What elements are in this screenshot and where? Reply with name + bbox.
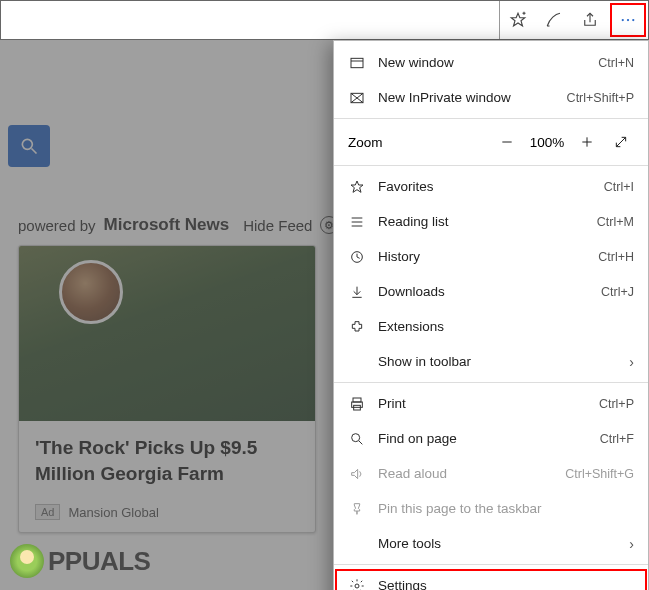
menu-extensions[interactable]: Extensions [334,309,648,344]
menu-new-inprivate[interactable]: New InPrivate window Ctrl+Shift+P [334,80,648,115]
reading-list-icon [346,214,368,230]
zoom-label: Zoom [348,135,383,150]
menu-show-in-toolbar[interactable]: Show in toolbar › [334,344,648,379]
print-icon [346,396,368,412]
favorites-button[interactable] [500,1,536,39]
inprivate-icon [346,90,368,106]
chevron-right-icon: › [629,536,634,552]
pen-icon [545,11,563,29]
watermark-logo: PPUALS [10,544,150,578]
chevron-right-icon: › [629,354,634,370]
browser-toolbar [0,0,649,40]
find-icon [346,431,368,447]
svg-rect-8 [351,58,363,67]
more-horizontal-icon [619,11,637,29]
svg-point-25 [352,433,360,441]
share-button[interactable] [572,1,608,39]
web-notes-button[interactable] [536,1,572,39]
svg-point-27 [355,584,359,588]
settings-menu: New window Ctrl+N New InPrivate window C… [333,40,649,590]
menu-separator [334,382,648,383]
svg-line-26 [359,441,362,444]
pin-icon [346,501,368,517]
star-icon [346,179,368,195]
logo-icon [10,544,44,578]
share-icon [581,11,599,29]
svg-line-14 [616,137,625,146]
feed-header: powered by Microsoft News Hide Feed ⚙ [18,215,338,235]
menu-zoom: Zoom 100% [334,122,648,162]
extensions-icon [346,319,368,335]
menu-read-aloud: Read aloud Ctrl+Shift+G [334,456,648,491]
powered-by-label: powered by [18,217,96,234]
svg-point-4 [627,19,629,21]
card-source: Mansion Global [68,505,158,520]
plus-icon [579,134,595,150]
svg-point-3 [622,19,624,21]
fullscreen-button[interactable] [604,127,638,157]
search-icon [19,136,39,156]
zoom-value: 100% [524,135,570,150]
feed-brand: Microsoft News [104,215,230,235]
zoom-out-button[interactable] [490,127,524,157]
hide-feed-link[interactable]: Hide Feed [243,217,312,234]
logo-text: PPUALS [48,546,150,577]
menu-downloads[interactable]: Downloads Ctrl+J [334,274,648,309]
ad-badge: Ad [35,504,60,520]
expand-icon [613,134,629,150]
svg-line-7 [32,149,37,154]
download-icon [346,284,368,300]
menu-find[interactable]: Find on page Ctrl+F [334,421,648,456]
read-aloud-icon [346,466,368,482]
menu-separator [334,564,648,565]
card-avatar [59,260,123,324]
card-footer: Ad Mansion Global [35,504,159,520]
news-card[interactable]: 'The Rock' Picks Up $9.5 Million Georgia… [18,245,316,533]
minus-icon [499,134,515,150]
menu-more-tools[interactable]: More tools › [334,526,648,561]
menu-settings[interactable]: Settings [334,568,648,590]
gear-icon [346,578,368,591]
history-icon [346,249,368,265]
menu-reading-list[interactable]: Reading list Ctrl+M [334,204,648,239]
more-button[interactable] [610,3,646,37]
menu-history[interactable]: History Ctrl+H [334,239,648,274]
star-plus-icon [509,11,527,29]
menu-separator [334,118,648,119]
menu-separator [334,165,648,166]
svg-rect-22 [353,398,361,402]
zoom-in-button[interactable] [570,127,604,157]
search-button[interactable] [8,125,50,167]
svg-point-5 [632,19,634,21]
menu-new-window[interactable]: New window Ctrl+N [334,45,648,80]
address-bar[interactable] [1,1,500,39]
menu-pin-taskbar: Pin this page to the taskbar [334,491,648,526]
svg-point-6 [22,139,32,149]
menu-favorites[interactable]: Favorites Ctrl+I [334,169,648,204]
svg-marker-15 [351,181,363,192]
card-title: 'The Rock' Picks Up $9.5 Million Georgia… [35,435,299,486]
menu-print[interactable]: Print Ctrl+P [334,386,648,421]
card-image [19,246,315,421]
svg-marker-0 [511,13,525,26]
window-icon [346,55,368,71]
